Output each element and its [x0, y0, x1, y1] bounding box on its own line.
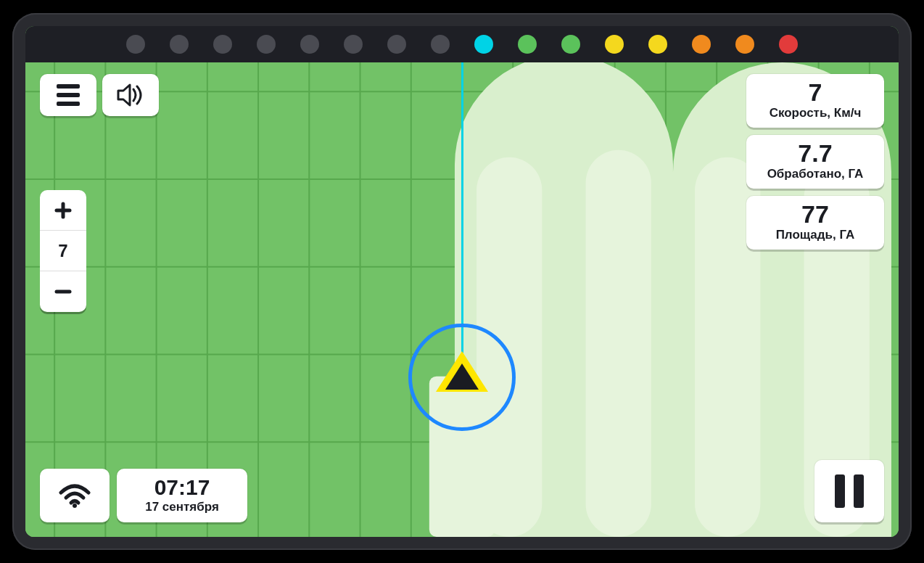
zoom-level-value: 7 — [58, 241, 67, 261]
lightbar-led-0 — [126, 35, 145, 54]
menu-icon — [57, 84, 80, 106]
lightbar-led-6 — [387, 35, 406, 54]
lightbar-led-14 — [735, 35, 754, 54]
stat-area-value: 77 — [776, 202, 855, 226]
svg-rect-24 — [586, 150, 651, 537]
lightbar-led-11 — [605, 35, 624, 54]
lightbar-led-7 — [431, 35, 450, 54]
svg-rect-27 — [429, 377, 495, 537]
zoom-level: 7 — [40, 231, 86, 271]
stat-area[interactable]: 77 Площадь, ГА — [746, 196, 884, 250]
stat-worked-value: 7.7 — [767, 141, 864, 165]
lightbar-led-3 — [257, 35, 276, 54]
lightbar-led-1 — [170, 35, 189, 54]
clock-panel[interactable]: 07:17 17 сентября — [117, 469, 247, 522]
clock-date: 17 сентября — [145, 500, 219, 514]
device-frame: 7 07:17 17 сентября — [12, 13, 912, 550]
lightbar-led-8 — [474, 35, 493, 54]
stat-speed-value: 7 — [770, 80, 862, 104]
lightbar-led-5 — [344, 35, 363, 54]
svg-point-28 — [73, 504, 77, 508]
stat-speed[interactable]: 7 Скорость, Км/ч — [746, 74, 884, 128]
zoom-in-button[interactable] — [40, 190, 86, 231]
zoom-controls: 7 — [40, 190, 86, 312]
pause-button[interactable] — [814, 460, 884, 522]
plus-icon — [54, 202, 72, 219]
wifi-icon — [58, 482, 91, 509]
stat-worked[interactable]: 7.7 Обработано, ГА — [746, 135, 884, 189]
lightbar-led-4 — [300, 35, 319, 54]
minus-icon — [54, 283, 72, 300]
lightbar — [25, 26, 899, 62]
screen: 7 07:17 17 сентября — [25, 26, 899, 537]
wifi-button[interactable] — [40, 469, 110, 522]
stat-speed-label: Скорость, Км/ч — [770, 106, 862, 120]
zoom-out-button[interactable] — [40, 271, 86, 312]
lightbar-led-15 — [779, 35, 798, 54]
pause-icon — [835, 474, 864, 508]
lightbar-led-9 — [518, 35, 537, 54]
lightbar-led-10 — [561, 35, 580, 54]
lightbar-led-12 — [648, 35, 667, 54]
speaker-icon — [116, 83, 145, 107]
stat-worked-label: Обработано, ГА — [767, 167, 864, 181]
clock-time: 07:17 — [154, 477, 210, 498]
stat-area-label: Площадь, ГА — [776, 228, 855, 242]
lightbar-led-2 — [213, 35, 232, 54]
menu-button[interactable] — [40, 74, 96, 116]
sound-button[interactable] — [102, 74, 159, 116]
lightbar-led-13 — [692, 35, 711, 54]
